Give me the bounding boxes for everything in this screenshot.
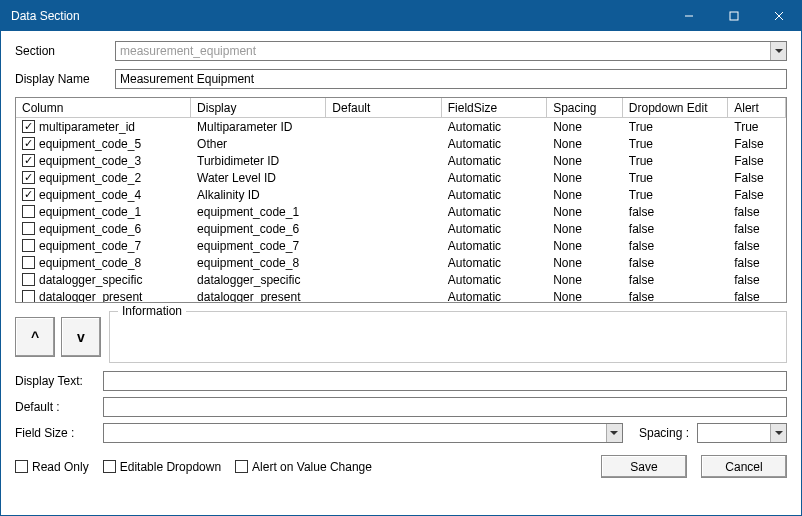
grid-header-column[interactable]: Column [16,98,191,118]
cell-spacing: None [547,273,623,287]
move-down-button[interactable]: v [61,317,101,357]
grid-header-display[interactable]: Display [191,98,326,118]
row-checkbox[interactable] [22,188,35,201]
read-only-checkbox[interactable]: Read Only [15,460,89,474]
information-group: Information [109,311,787,363]
grid-header-default[interactable]: Default [326,98,441,118]
table-row[interactable]: equipment_code_2Water Level IDAutomaticN… [16,169,786,186]
dropdown-arrow-icon[interactable] [770,42,786,60]
row-checkbox[interactable] [22,154,35,167]
down-icon: v [77,329,85,345]
table-row[interactable]: datalogger_presentdatalogger_presentAuto… [16,288,786,302]
svg-marker-5 [610,431,618,435]
cell-column: equipment_code_8 [39,256,141,270]
display-text-input[interactable] [103,371,787,391]
cell-dropdown: false [623,239,728,253]
row-checkbox[interactable] [22,171,35,184]
display-text-label: Display Text: [15,374,103,388]
save-button[interactable]: Save [601,455,687,478]
cell-spacing: None [547,239,623,253]
cell-spacing: None [547,120,623,134]
grid-header-dropdown[interactable]: Dropdown Edit [623,98,728,118]
spacing-label: Spacing : [639,426,689,440]
titlebar: Data Section [1,1,801,31]
cell-column: equipment_code_6 [39,222,141,236]
cell-fieldsize: Automatic [442,137,547,151]
lower-form: Display Text: Default : Field Size : Spa… [15,371,787,449]
row-checkbox[interactable] [22,137,35,150]
row-checkbox[interactable] [22,205,35,218]
table-row[interactable]: equipment_code_4Alkalinity IDAutomaticNo… [16,186,786,203]
data-section-window: Data Section Section Display Name [0,0,802,516]
dropdown-arrow-icon[interactable] [606,424,622,442]
move-up-button[interactable]: ^ [15,317,55,357]
cancel-button[interactable]: Cancel [701,455,787,478]
client-area: Section Display Name Column Display Defa… [1,31,801,515]
cell-fieldsize: Automatic [442,171,547,185]
cell-dropdown: True [623,188,728,202]
cell-dropdown: false [623,273,728,287]
cell-spacing: None [547,171,623,185]
field-size-label: Field Size : [15,426,103,440]
row-checkbox[interactable] [22,239,35,252]
table-row[interactable]: equipment_code_3Turbidimeter IDAutomatic… [16,152,786,169]
minimize-button[interactable] [666,1,711,31]
cell-fieldsize: Automatic [442,273,547,287]
row-checkbox[interactable] [22,256,35,269]
grid-header-alert[interactable]: Alert [728,98,786,118]
cell-spacing: None [547,256,623,270]
table-row[interactable]: equipment_code_7equipment_code_7Automati… [16,237,786,254]
display-text-row: Display Text: [15,371,787,391]
editable-dropdown-checkbox[interactable]: Editable Dropdown [103,460,221,474]
cell-column: equipment_code_4 [39,188,141,202]
section-label: Section [15,44,115,58]
field-size-combo[interactable] [103,423,623,443]
display-name-row: Display Name [15,69,787,89]
cell-dropdown: True [623,120,728,134]
table-row[interactable]: equipment_code_1equipment_code_1Automati… [16,203,786,220]
close-button[interactable] [756,1,801,31]
cell-spacing: None [547,290,623,303]
row-checkbox[interactable] [22,290,35,302]
row-checkbox[interactable] [22,273,35,286]
display-name-input[interactable] [115,69,787,89]
row-checkbox[interactable] [22,120,35,133]
cell-alert: false [728,239,786,253]
cell-display: equipment_code_6 [191,222,326,236]
field-size-input[interactable] [103,423,623,443]
cell-fieldsize: Automatic [442,256,547,270]
table-row[interactable]: equipment_code_5OtherAutomaticNoneTrueFa… [16,135,786,152]
cancel-button-label: Cancel [725,460,762,474]
table-row[interactable]: multiparameter_idMultiparameter IDAutoma… [16,118,786,135]
grid-header: Column Display Default FieldSize Spacing… [16,98,786,118]
alert-on-value-change-label: Alert on Value Change [252,460,372,474]
window-title: Data Section [11,9,666,23]
alert-on-value-change-checkbox[interactable]: Alert on Value Change [235,460,372,474]
field-size-row: Field Size : Spacing : [15,423,787,443]
table-row[interactable]: equipment_code_6equipment_code_6Automati… [16,220,786,237]
table-row[interactable]: datalogger_specificdatalogger_specificAu… [16,271,786,288]
cell-alert: False [728,171,786,185]
default-label: Default : [15,400,103,414]
dropdown-arrow-icon[interactable] [770,424,786,442]
cell-alert: false [728,222,786,236]
cell-display: Turbidimeter ID [191,154,326,168]
reorder-buttons: ^ v [15,311,101,363]
maximize-button[interactable] [711,1,756,31]
spacing-combo[interactable] [697,423,787,443]
cell-alert: false [728,290,786,303]
svg-rect-1 [730,12,738,20]
checkbox-icon [235,460,248,473]
information-legend: Information [118,304,186,318]
default-input[interactable] [103,397,787,417]
section-input[interactable] [115,41,787,61]
cell-alert: false [728,205,786,219]
grid-header-fieldsize[interactable]: FieldSize [442,98,547,118]
grid-header-spacing[interactable]: Spacing [547,98,623,118]
section-combo[interactable] [115,41,787,61]
table-row[interactable]: equipment_code_8equipment_code_8Automati… [16,254,786,271]
columns-grid[interactable]: Column Display Default FieldSize Spacing… [15,97,787,303]
cell-alert: False [728,154,786,168]
row-checkbox[interactable] [22,222,35,235]
up-icon: ^ [31,329,39,345]
